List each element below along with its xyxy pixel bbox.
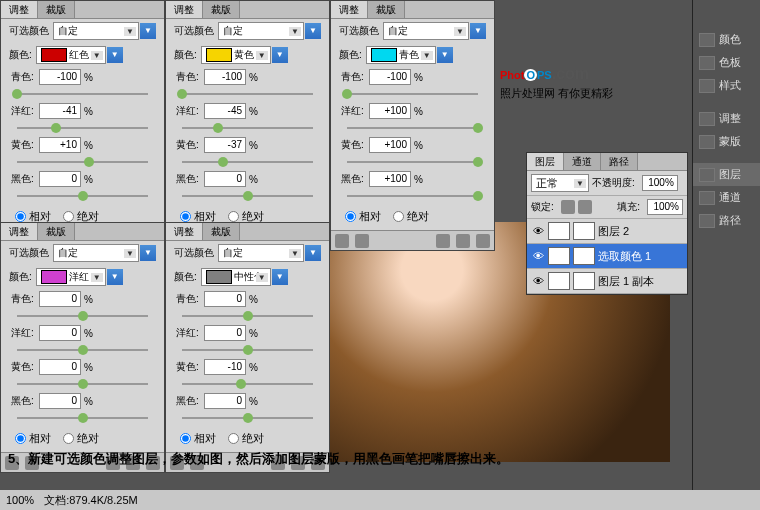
tab-channels[interactable]: 通道 [564,153,601,170]
black-value[interactable]: 0 [204,171,246,187]
black-value[interactable]: 0 [39,171,81,187]
view-icon[interactable] [355,234,369,248]
relative-radio[interactable]: 相对 [180,431,216,446]
black-value[interactable]: +100 [369,171,411,187]
cyan-value[interactable]: -100 [39,69,81,85]
dropdown-arrow-icon[interactable]: ▼ [305,23,321,39]
yellow-value[interactable]: +10 [39,137,81,153]
dock-tab-通道[interactable]: 通道 [693,186,760,209]
magenta-value[interactable]: 0 [204,325,246,341]
tab-preset[interactable]: 裁版 [203,223,240,240]
preset-dropdown[interactable]: 自定 [218,22,304,40]
yellow-value[interactable]: -37 [204,137,246,153]
visibility-icon[interactable] [456,234,470,248]
black-value[interactable]: 0 [204,393,246,409]
dropdown-arrow-icon[interactable]: ▼ [107,47,123,63]
visibility-icon[interactable]: 👁 [531,275,545,287]
dock-tab-样式[interactable]: 样式 [693,74,760,97]
clip-icon[interactable] [335,234,349,248]
magenta-value[interactable]: +100 [369,103,411,119]
tab-adjust[interactable]: 调整 [331,1,368,18]
visibility-icon[interactable]: 👁 [531,250,545,262]
dock-tab-图层[interactable]: 图层 [693,163,760,186]
absolute-radio[interactable]: 绝对 [393,209,429,224]
dropdown-arrow-icon[interactable]: ▼ [140,245,156,261]
black-slider[interactable] [182,413,313,423]
magenta-value[interactable]: 0 [39,325,81,341]
color-dropdown[interactable]: 青色 [366,46,436,64]
blend-mode-dropdown[interactable]: 正常 [531,174,589,192]
magenta-slider[interactable] [182,123,313,133]
preset-dropdown[interactable]: 自定 [53,244,139,262]
reset-icon[interactable] [436,234,450,248]
tab-adjust[interactable]: 调整 [1,1,38,18]
yellow-slider[interactable] [182,157,313,167]
black-slider[interactable] [182,191,313,201]
cyan-slider[interactable] [182,311,313,321]
tab-adjust[interactable]: 调整 [1,223,38,240]
preset-dropdown[interactable]: 自定 [383,22,469,40]
magenta-slider[interactable] [347,123,478,133]
cyan-slider[interactable] [17,89,148,99]
cyan-value[interactable]: 0 [204,291,246,307]
layer-row[interactable]: 👁图层 1 副本 [527,269,687,294]
yellow-slider[interactable] [347,157,478,167]
tab-preset[interactable]: 裁版 [203,1,240,18]
delete-icon[interactable] [476,234,490,248]
opacity-value[interactable]: 100% [642,175,678,191]
color-dropdown[interactable]: 中性色 [201,268,271,286]
black-slider[interactable] [17,191,148,201]
dropdown-arrow-icon[interactable]: ▼ [140,23,156,39]
tab-layers[interactable]: 图层 [527,153,564,170]
tab-preset[interactable]: 裁版 [38,223,75,240]
tab-adjust[interactable]: 调整 [166,1,203,18]
lock-pixels-icon[interactable] [578,200,592,214]
cyan-slider[interactable] [17,311,148,321]
relative-radio[interactable]: 相对 [15,431,51,446]
zoom-level[interactable]: 100% [6,494,34,506]
visibility-icon[interactable]: 👁 [531,225,545,237]
dock-tab-颜色[interactable]: 颜色 [693,28,760,51]
dropdown-arrow-icon[interactable]: ▼ [470,23,486,39]
dock-tab-路径[interactable]: 路径 [693,209,760,232]
yellow-slider[interactable] [17,379,148,389]
magenta-slider[interactable] [17,123,148,133]
cyan-slider[interactable] [347,89,478,99]
yellow-value[interactable]: +100 [369,137,411,153]
tab-adjust[interactable]: 调整 [166,223,203,240]
dock-tab-调整[interactable]: 调整 [693,107,760,130]
black-slider[interactable] [347,191,478,201]
magenta-value[interactable]: -41 [39,103,81,119]
yellow-value[interactable]: 0 [39,359,81,375]
absolute-radio[interactable]: 绝对 [63,431,99,446]
magenta-slider[interactable] [17,345,148,355]
tab-preset[interactable]: 裁版 [368,1,405,18]
dock-tab-蒙版[interactable]: 蒙版 [693,130,760,153]
tab-preset[interactable]: 裁版 [38,1,75,18]
black-value[interactable]: 0 [39,393,81,409]
absolute-radio[interactable]: 绝对 [228,431,264,446]
cyan-value[interactable]: -100 [204,69,246,85]
dropdown-arrow-icon[interactable]: ▼ [272,47,288,63]
cyan-slider[interactable] [182,89,313,99]
color-dropdown[interactable]: 洋红 [36,268,106,286]
fill-value[interactable]: 100% [647,199,683,215]
layer-row[interactable]: 👁选取颜色 1 [527,244,687,269]
yellow-slider[interactable] [182,379,313,389]
yellow-value[interactable]: -10 [204,359,246,375]
cyan-value[interactable]: -100 [369,69,411,85]
relative-radio[interactable]: 相对 [345,209,381,224]
cyan-value[interactable]: 0 [39,291,81,307]
color-dropdown[interactable]: 黄色 [201,46,271,64]
dropdown-arrow-icon[interactable]: ▼ [107,269,123,285]
magenta-value[interactable]: -45 [204,103,246,119]
tab-paths[interactable]: 路径 [601,153,638,170]
dropdown-arrow-icon[interactable]: ▼ [437,47,453,63]
lock-transparency-icon[interactable] [561,200,575,214]
dropdown-arrow-icon[interactable]: ▼ [272,269,288,285]
layer-row[interactable]: 👁图层 2 [527,219,687,244]
dock-tab-色板[interactable]: 色板 [693,51,760,74]
black-slider[interactable] [17,413,148,423]
preset-dropdown[interactable]: 自定 [218,244,304,262]
dropdown-arrow-icon[interactable]: ▼ [305,245,321,261]
